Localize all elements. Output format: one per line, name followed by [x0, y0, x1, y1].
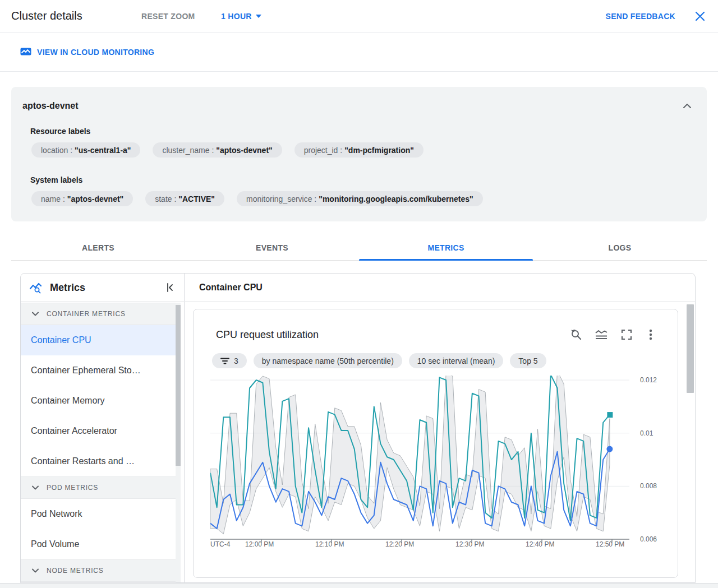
resource-label-chip-cluster_name: cluster_name :"aptos-devnet" [153, 142, 282, 158]
chip-label: Top 5 [518, 356, 537, 365]
chevron-down-icon [31, 566, 40, 575]
label-key: project_id : [304, 146, 342, 155]
label-key: name : [41, 195, 65, 203]
sidebar-title: Metrics [50, 282, 163, 294]
collapse-card-button[interactable] [681, 98, 697, 114]
chart-svg [210, 376, 629, 543]
label-value: "monitoring.googleapis.com/kubernetes" [319, 195, 473, 203]
metrics-content-panel: Metrics CONTAINER METRICSContainer CPUCo… [20, 273, 696, 583]
chevron-down-icon [31, 309, 40, 318]
zoom-reset-button[interactable] [568, 326, 584, 343]
tab-logs[interactable]: LOGS [533, 235, 707, 260]
cluster-details-panel: Cluster details RESET ZOOM 1 HOUR SEND F… [0, 0, 718, 588]
page-title: Cluster details [11, 10, 82, 22]
filter-count-chip[interactable]: 3 [212, 353, 247, 368]
cluster-info-card: aptos-devnet Resource labels location :"… [11, 87, 707, 221]
top-bar: Cluster details RESET ZOOM 1 HOUR SEND F… [0, 0, 718, 33]
section-header-container-metrics[interactable]: CONTAINER METRICS [21, 303, 176, 325]
selected-metric-title: Container CPU [199, 283, 263, 293]
sidebar-header: Metrics [21, 274, 184, 302]
monitoring-chart-icon [20, 48, 31, 57]
line-chart-plot[interactable] [210, 376, 629, 543]
chart-chip-2[interactable]: 10 sec interval (mean) [409, 353, 504, 368]
tab-alerts[interactable]: ALERTS [11, 235, 185, 260]
x-axis-tick-label: 12:40 PM [526, 540, 554, 548]
timezone-label: UTC-4 [210, 540, 230, 548]
system-labels-title: System labels [30, 175, 82, 184]
x-axis-tick-label: 12:50 PM [596, 540, 624, 548]
chart-filter-chips: 3by namespace name (50th percentile)10 s… [212, 353, 546, 368]
chart-toolbar [568, 326, 659, 343]
section-label: NODE METRICS [47, 567, 104, 575]
y-axis-tick-label: 0.008 [640, 482, 657, 490]
chip-label: 3 [234, 356, 238, 365]
tab-bar: ALERTSEVENTSMETRICSLOGS [11, 235, 707, 261]
resource-label-chip-location: location :"us-central1-a" [31, 142, 140, 158]
label-key: state : [155, 195, 176, 203]
page-background-strip [0, 583, 718, 588]
label-value: "aptos-devnet" [216, 146, 272, 155]
metrics-main-panel: Container CPU CPU request utilization [185, 274, 695, 582]
label-value: "dm-pcfmigration" [344, 146, 414, 155]
close-icon [695, 11, 705, 21]
label-key: cluster_name : [162, 146, 214, 155]
chart-chip-3[interactable]: Top 5 [510, 353, 546, 368]
monitoring-link-label: VIEW IN CLOUD MONITORING [37, 48, 154, 57]
tab-metrics[interactable]: METRICS [359, 235, 533, 260]
section-header-pod-metrics[interactable]: POD METRICS [21, 476, 176, 499]
teal-series-end-marker [607, 412, 613, 418]
chevron-down-icon [256, 15, 261, 18]
system-label-chip-name: name :"aptos-devnet" [31, 191, 133, 206]
monitoring-link-row: VIEW IN CLOUD MONITORING [0, 33, 718, 72]
section-label: POD METRICS [47, 484, 98, 492]
chart-chip-1[interactable]: by namespace name (50th percentile) [254, 353, 402, 368]
more-vert-icon [645, 328, 656, 341]
view-in-cloud-monitoring-link[interactable]: VIEW IN CLOUD MONITORING [20, 48, 154, 57]
sidebar-item-pod-volume[interactable]: Pod Volume [21, 529, 176, 559]
y-axis-tick-label: 0.01 [640, 429, 653, 437]
system-labels-row: name :"aptos-devnet"state :"ACTIVE"monit… [31, 191, 483, 206]
reset-zoom-button[interactable]: RESET ZOOM [141, 12, 195, 21]
y-axis-labels: 0.0120.010.0080.006 [637, 376, 676, 543]
label-value: "aptos-devnet" [67, 195, 123, 203]
fullscreen-button[interactable] [618, 326, 635, 343]
system-label-chip-monitoring_service: monitoring_service :"monitoring.googleap… [237, 191, 483, 206]
sidebar-item-container-memory[interactable]: Container Memory [21, 386, 176, 416]
sidebar-item-container-accelerator[interactable]: Container Accelerator [21, 416, 176, 446]
sidebar-list: CONTAINER METRICSContainer CPUContainer … [21, 303, 184, 582]
chevron-down-icon [31, 483, 40, 492]
sidebar-item-container-cpu[interactable]: Container CPU [21, 325, 176, 355]
more-options-button[interactable] [643, 326, 659, 343]
x-axis-tick-label: 12:30 PM [455, 540, 484, 548]
blue-series-end-marker [606, 446, 613, 452]
area-chart-toggle-button[interactable] [592, 326, 610, 343]
chevron-up-icon [681, 100, 697, 112]
tab-events[interactable]: EVENTS [185, 235, 359, 260]
resource-labels-title: Resource labels [30, 127, 90, 136]
filter-icon [220, 357, 229, 365]
send-feedback-button[interactable]: SEND FEEDBACK [606, 12, 675, 21]
cluster-name: aptos-devnet [22, 101, 79, 111]
x-axis-tick-label: 12:00 PM [245, 540, 274, 548]
resource-labels-row: location :"us-central1-a"cluster_name :"… [31, 142, 424, 158]
sidebar-item-container-ephemeral-sto[interactable]: Container Ephemeral Sto… [21, 355, 176, 386]
sidebar-item-pod-network[interactable]: Pod Network [21, 499, 176, 529]
sidebar-item-container-restarts-and[interactable]: Container Restarts and … [21, 446, 176, 476]
metrics-sidebar: Metrics CONTAINER METRICSContainer CPUCo… [21, 274, 185, 582]
resource-label-chip-project_id: project_id :"dm-pcfmigration" [294, 142, 424, 158]
close-button[interactable] [692, 8, 708, 24]
main-scrollbar-thumb[interactable] [687, 304, 694, 393]
main-panel-header: Container CPU [185, 274, 695, 302]
chip-label: 10 sec interval (mean) [417, 356, 495, 365]
label-key: location : [41, 146, 72, 155]
zoom-reset-icon [570, 328, 582, 341]
area-chart-icon [595, 328, 608, 341]
chip-label: by namespace name (50th percentile) [262, 356, 394, 365]
sidebar-scrollbar-thumb[interactable] [176, 305, 181, 466]
label-value: "ACTIVE" [178, 195, 215, 203]
collapse-sidebar-button[interactable] [163, 280, 177, 295]
x-axis-labels: UTC-412:00 PM12:10 PM12:20 PM12:30 PM12:… [210, 540, 653, 552]
metrics-icon [29, 281, 43, 294]
time-range-dropdown[interactable]: 1 HOUR [221, 12, 261, 21]
section-header-node-metrics[interactable]: NODE METRICS [21, 559, 176, 582]
